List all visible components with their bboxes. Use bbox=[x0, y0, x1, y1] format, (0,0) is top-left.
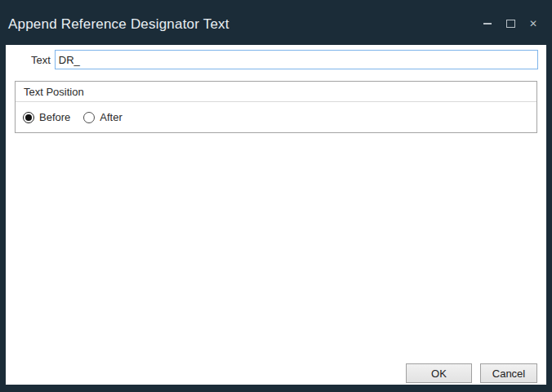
ok-button[interactable]: OK bbox=[406, 363, 472, 383]
text-position-group: Text Position Before After bbox=[15, 81, 537, 133]
radio-option-after[interactable]: After bbox=[83, 111, 122, 123]
radio-button-icon bbox=[83, 112, 95, 123]
minimize-button[interactable] bbox=[482, 18, 493, 29]
window-controls: ✕ bbox=[482, 18, 539, 29]
dialog-body: Text Text Position Before After OK Cance… bbox=[6, 45, 546, 385]
minimize-icon bbox=[483, 23, 492, 24]
text-input[interactable] bbox=[55, 50, 538, 69]
dialog-window: Append Reference Designator Text ✕ Text … bbox=[0, 0, 552, 392]
window-title: Append Reference Designator Text bbox=[8, 16, 229, 33]
radio-before-label: Before bbox=[39, 111, 70, 123]
radio-button-icon bbox=[23, 112, 34, 123]
text-field-label: Text bbox=[31, 54, 51, 66]
radio-option-before[interactable]: Before bbox=[23, 111, 70, 123]
close-button[interactable]: ✕ bbox=[528, 18, 539, 29]
cancel-button[interactable]: Cancel bbox=[480, 363, 537, 383]
maximize-icon bbox=[506, 20, 515, 28]
radio-after-label: After bbox=[100, 111, 122, 123]
maximize-button[interactable] bbox=[505, 18, 516, 29]
text-position-options: Before After bbox=[16, 102, 536, 132]
text-field-row: Text bbox=[31, 50, 538, 69]
text-position-group-title: Text Position bbox=[16, 82, 536, 102]
titlebar[interactable]: Append Reference Designator Text ✕ bbox=[0, 0, 552, 45]
close-icon: ✕ bbox=[529, 19, 537, 29]
dialog-footer: OK Cancel bbox=[406, 363, 537, 383]
